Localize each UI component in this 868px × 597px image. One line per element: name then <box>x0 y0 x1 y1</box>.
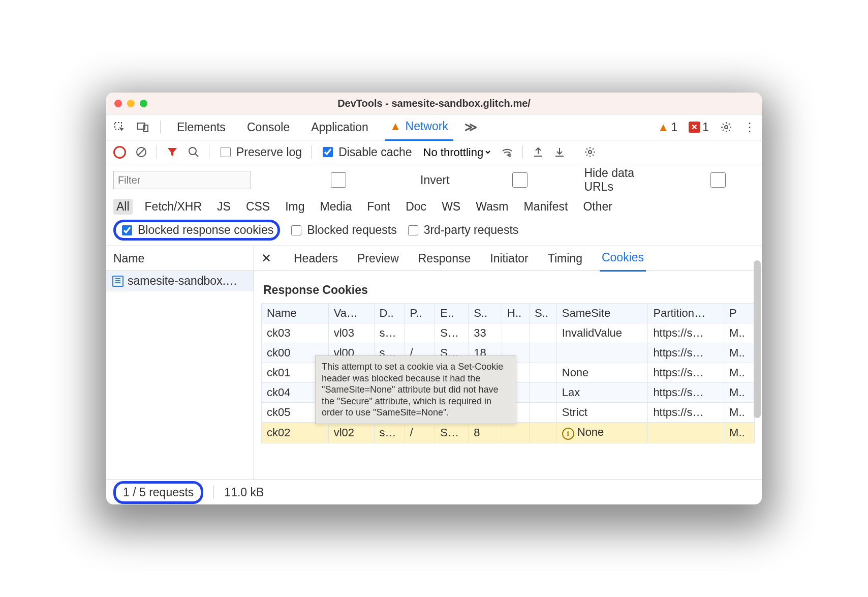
cell-priority: M.. <box>724 323 755 343</box>
cell-secure <box>529 423 556 443</box>
col-domain[interactable]: D.. <box>374 304 405 323</box>
filter-input[interactable] <box>113 171 251 189</box>
detail-tab-response[interactable]: Response <box>416 246 473 271</box>
cell-priority: M.. <box>724 423 755 443</box>
request-row[interactable]: samesite-sandbox.… <box>106 271 254 291</box>
scrollbar[interactable] <box>754 260 761 418</box>
tab-console[interactable]: Console <box>242 114 295 140</box>
type-filter-img[interactable]: Img <box>282 199 307 215</box>
blocked-response-cookies-checkbox[interactable]: Blocked response cookies <box>120 223 273 237</box>
col-name[interactable]: Name <box>262 304 329 323</box>
status-bar: 1 / 5 requests 11.0 kB <box>106 480 762 504</box>
type-filter-media[interactable]: Media <box>317 199 355 215</box>
table-row[interactable]: ck02vl02s…/S…8iNoneM.. <box>262 423 755 443</box>
col-path[interactable]: P.. <box>405 304 435 323</box>
type-filter-all[interactable]: All <box>113 199 133 215</box>
cell-samesite: Strict <box>556 403 648 423</box>
search-icon[interactable] <box>188 146 200 158</box>
type-filter-css[interactable]: CSS <box>243 199 273 215</box>
network-settings-icon[interactable] <box>584 146 596 158</box>
divider <box>311 145 312 159</box>
detail-tab-timing[interactable]: Timing <box>546 246 584 271</box>
col-samesite[interactable]: SameSite <box>556 304 648 323</box>
cell-expires: S… <box>435 423 469 443</box>
export-har-icon[interactable] <box>532 146 544 158</box>
request-list-header: Name <box>106 246 254 271</box>
disable-cache-label: Disable cache <box>338 145 412 159</box>
zoom-window-icon[interactable] <box>140 100 147 107</box>
cell-domain: s… <box>374 423 405 443</box>
minimize-window-icon[interactable] <box>127 100 135 107</box>
type-filter-fetch-xhr[interactable]: Fetch/XHR <box>142 199 205 215</box>
hide-data-urls-checkbox[interactable]: Hide data URLs <box>459 166 648 194</box>
error-icon: ✕ <box>689 122 700 133</box>
clear-button[interactable] <box>135 146 147 158</box>
divider <box>522 145 523 159</box>
issues-error-badge[interactable]: ✕ 1 <box>689 121 709 134</box>
third-party-requests-checkbox[interactable]: 3rd-party requests <box>406 223 519 237</box>
disable-cache-checkbox[interactable]: Disable cache <box>321 145 412 159</box>
type-filter-js[interactable]: JS <box>214 199 234 215</box>
filter-options-row: Blocked response cookies Blocked request… <box>106 218 762 246</box>
col-priority[interactable]: P <box>724 304 755 323</box>
tab-application[interactable]: Application <box>306 114 374 140</box>
type-filter-wasm[interactable]: Wasm <box>473 199 511 215</box>
type-filter-font[interactable]: Font <box>364 199 393 215</box>
device-toolbar-icon[interactable] <box>137 121 149 133</box>
type-filter-manifest[interactable]: Manifest <box>521 199 571 215</box>
cell-secure <box>529 383 556 403</box>
detail-tab-cookies[interactable]: Cookies <box>600 246 646 272</box>
type-filter-other[interactable]: Other <box>580 199 615 215</box>
network-conditions-icon[interactable] <box>501 146 513 158</box>
document-icon <box>112 276 123 287</box>
devtools-window: DevTools - samesite-sandbox.glitch.me/ E… <box>106 93 762 504</box>
col-expires[interactable]: E.. <box>435 304 469 323</box>
kebab-menu-icon[interactable]: ⋮ <box>743 120 755 134</box>
type-filter-doc[interactable]: Doc <box>402 199 429 215</box>
cell-httponly <box>502 323 530 343</box>
detail-tab-headers[interactable]: Headers <box>292 246 340 271</box>
third-party-requests-label: 3rd-party requests <box>424 223 519 237</box>
cell-samesite <box>556 343 648 363</box>
request-list[interactable]: samesite-sandbox.… <box>106 271 254 480</box>
col-httponly[interactable]: H.. <box>502 304 530 323</box>
preserve-log-checkbox[interactable]: Preserve log <box>219 145 302 159</box>
hide-data-label: Hide data URLs <box>584 166 648 194</box>
cell-priority: M.. <box>724 403 755 423</box>
close-window-icon[interactable] <box>114 100 122 107</box>
blocked-requests-checkbox[interactable]: Blocked requests <box>289 223 396 237</box>
detail-tab-initiator[interactable]: Initiator <box>488 246 530 271</box>
col-size[interactable]: S.. <box>469 304 502 323</box>
inspect-element-icon[interactable] <box>113 121 126 133</box>
divider <box>160 121 161 134</box>
record-button[interactable] <box>113 146 126 159</box>
col-value[interactable]: Va… <box>328 304 374 323</box>
warning-icon: ▲ <box>390 120 401 133</box>
col-secure[interactable]: S.. <box>529 304 556 323</box>
cell-priority: M.. <box>724 343 755 363</box>
issues-warning-badge[interactable]: ▲ 1 <box>658 121 678 134</box>
close-detail-icon[interactable]: ✕ <box>261 251 276 265</box>
cell-partition: https://s… <box>648 403 724 423</box>
import-har-icon[interactable] <box>553 146 566 158</box>
filter-icon[interactable] <box>166 146 178 158</box>
invert-checkbox[interactable]: Invert <box>260 171 450 189</box>
col-partition[interactable]: Partition… <box>648 304 724 323</box>
tab-network[interactable]: ▲ Network <box>385 114 453 141</box>
more-tabs-button[interactable]: ≫ <box>464 120 477 134</box>
type-filter-ws[interactable]: WS <box>439 199 463 215</box>
request-list-pane: Name samesite-sandbox.… <box>106 246 254 480</box>
cell-partition: https://s… <box>648 363 724 383</box>
detail-tab-preview[interactable]: Preview <box>355 246 401 271</box>
throttling-select[interactable]: No throttling <box>421 145 492 159</box>
settings-icon[interactable] <box>720 121 732 133</box>
cell-samesite: Lax <box>556 383 648 403</box>
request-detail-pane: ✕ Headers Preview Response Initiator Tim… <box>254 246 762 480</box>
tab-elements[interactable]: Elements <box>172 114 231 140</box>
hide-extension-urls-checkbox[interactable]: Hide extension URLs <box>657 166 762 194</box>
cell-domain: s… <box>374 323 405 343</box>
table-row[interactable]: ck03vl03s…S…33InvalidValuehttps://s…M.. <box>262 323 755 343</box>
preserve-log-label: Preserve log <box>236 145 302 159</box>
cell-path <box>405 323 435 343</box>
network-toolbar: Preserve log Disable cache No throttling <box>106 140 762 164</box>
